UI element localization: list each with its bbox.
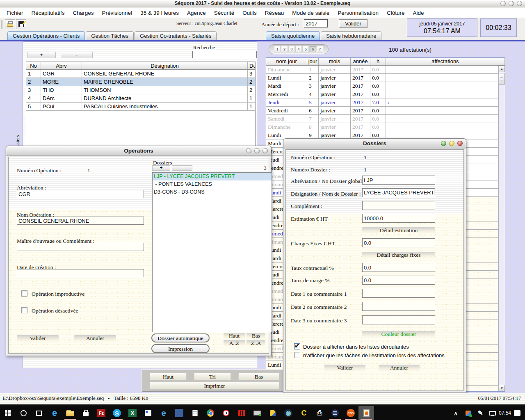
day-row[interactable]: Mercredi4janvier20170.0	[266, 90, 498, 98]
day-row[interactable]: Jeudi5janvier20177.0c	[266, 98, 498, 107]
week-button-3[interactable]: 3	[288, 46, 295, 52]
tri-button[interactable]: Tri	[194, 373, 231, 380]
validate-year-button[interactable]: Valider	[339, 19, 368, 28]
menu-item-fichier[interactable]: Fichier	[2, 10, 27, 16]
estimation-input[interactable]	[362, 214, 435, 223]
date2-input[interactable]	[362, 302, 435, 311]
dossiers-dialog-title[interactable]: Dossiers	[283, 139, 466, 148]
scroll-down-icon[interactable]	[499, 385, 505, 391]
search-input[interactable]	[192, 51, 257, 58]
desactivee-checkbox[interactable]	[21, 307, 27, 313]
taux-marge-input[interactable]	[362, 276, 435, 285]
internet-explorer-icon[interactable]: e	[156, 406, 171, 420]
dialog-control-icon[interactable]	[262, 148, 268, 153]
haut-button[interactable]: Haut	[150, 373, 187, 380]
operations-dialog-title[interactable]: Opérations	[6, 146, 271, 156]
day-row[interactable]: Dimanche1janvier20170.0	[266, 66, 498, 74]
filezilla-icon[interactable]: Fz	[94, 406, 109, 420]
menu-item-recapitulatifs[interactable]: Récapitulatifs	[27, 10, 69, 16]
printer-app-icon[interactable]: ⎙	[312, 406, 327, 420]
start-year-input[interactable]	[304, 19, 328, 27]
list-item[interactable]: D3-CONS - D3-CONS	[153, 188, 272, 196]
week-button-7[interactable]: 7	[317, 46, 323, 52]
date1-input[interactable]	[362, 289, 435, 298]
bas-button[interactable]: Bas	[238, 373, 279, 380]
c-app-icon[interactable]: C	[296, 406, 312, 420]
save-file-button[interactable]	[16, 19, 26, 29]
day-row[interactable]: Samedi7janvier20170.0	[266, 115, 498, 123]
globe-app-icon[interactable]: ◉	[281, 406, 296, 420]
menu-item-mode-de-saisie[interactable]: Mode de saisie	[288, 10, 333, 16]
tab-gestion-co-traitants-salaries[interactable]: Gestion Co-traitants - Salariés	[135, 31, 217, 40]
tray-defender-icon[interactable]	[462, 411, 474, 416]
open-file-button[interactable]	[5, 19, 15, 29]
nom-operation-input[interactable]	[17, 217, 144, 225]
tray-clock[interactable]: 07:54	[499, 410, 511, 416]
menu-item-reseau[interactable]: Réseau	[261, 10, 288, 16]
csd-app-icon[interactable]: CSD	[343, 406, 358, 420]
hand-app-icon[interactable]	[265, 406, 281, 420]
week-button-2[interactable]: 2	[281, 46, 288, 52]
menu-item-35-39-heures[interactable]: 35 & 39 Heures	[136, 10, 183, 16]
chrome-icon[interactable]	[203, 406, 218, 420]
taches-estimation-checkbox[interactable]	[294, 352, 300, 358]
remote-desktop-icon[interactable]	[249, 406, 265, 420]
table-row[interactable]: 2MGREMAIRIE GRENOBLE2	[26, 78, 255, 86]
list-item[interactable]: LJP - LYCEE JACQUES PREVERT	[153, 173, 272, 180]
skype-icon[interactable]: S	[109, 406, 125, 420]
week-button-6[interactable]: 6	[309, 46, 316, 52]
menu-item-outils[interactable]: Outils	[238, 10, 261, 16]
store-icon[interactable]	[78, 406, 94, 420]
menu-item-personnalisation[interactable]: Personnalisation	[333, 10, 383, 16]
dossiers-annuler-button[interactable]: Annuler	[379, 365, 420, 372]
dossier-bas-button[interactable]: Bas	[247, 333, 265, 339]
tray-network-icon[interactable]	[486, 411, 499, 415]
dialog-red-icon[interactable]	[457, 141, 463, 146]
window-titlebar[interactable]: Séquora 2017 - Suivi des heures et des c…	[0, 0, 525, 7]
taux-contractuel-input[interactable]	[362, 263, 435, 272]
column-header-affectations[interactable]: affectations	[386, 58, 505, 65]
operations-annuler-button[interactable]: Annuler	[74, 335, 116, 342]
dossier-za-button[interactable]: Z..A	[247, 340, 265, 347]
column-header-annee[interactable]: année	[351, 58, 370, 65]
toolbar-grip[interactable]	[1, 20, 3, 29]
file-explorer-icon[interactable]	[62, 406, 78, 420]
window-minimize-icon[interactable]	[500, 1, 506, 6]
tab-gestion-taches[interactable]: Gestion Tâches	[86, 31, 134, 40]
window-close-icon[interactable]	[517, 1, 522, 6]
eclipse-app-icon[interactable]	[327, 406, 343, 420]
day-row[interactable]: Dimanche8janvier20170.0	[266, 123, 498, 131]
menu-item-cloture[interactable]: Clôture	[383, 10, 409, 16]
task-view-button[interactable]	[31, 406, 47, 420]
sequora-app-icon[interactable]	[358, 406, 374, 420]
dossiers-valider-button[interactable]: Valider	[324, 365, 365, 372]
column-header-h[interactable]: h	[370, 58, 386, 65]
complement-input[interactable]	[362, 201, 435, 210]
column-header-do[interactable]: Do	[248, 62, 255, 69]
menu-item-securite[interactable]: Sécurité	[210, 10, 239, 16]
column-header-no[interactable]: No	[26, 62, 41, 69]
detail-estimation-button[interactable]: Détail estimation	[362, 227, 435, 234]
afficher-listes-checkbox[interactable]	[294, 343, 300, 349]
menu-item-agence[interactable]: Agence	[183, 10, 210, 16]
table-row[interactable]: 5PCuiPASCALI Cuisines Industrielles1	[26, 103, 255, 111]
menu-item-aide[interactable]: Aide	[409, 10, 428, 16]
dialog-control-icon[interactable]	[246, 148, 251, 153]
tray-pen-icon[interactable]: ✎	[474, 409, 486, 417]
operations-valider-button[interactable]: Valider	[17, 335, 59, 342]
day-row[interactable]: Mardi3janvier20170.0	[266, 82, 498, 90]
date-creation-input[interactable]	[17, 269, 144, 277]
add-client-button[interactable]: +	[27, 52, 56, 58]
excel-icon[interactable]: X	[125, 406, 140, 420]
detail-charges-button[interactable]: Détail charges fixes	[362, 252, 435, 258]
dossier-haut-button[interactable]: Haut	[224, 333, 245, 339]
day-row[interactable]: Vendredi6janvier20170.0	[266, 107, 498, 115]
menu-item-previsionnel[interactable]: Prévisionnel	[98, 10, 137, 16]
scroll-thumb[interactable]	[499, 73, 505, 84]
abreviation-dossier-input[interactable]	[362, 176, 435, 185]
tab-gestion-operations-clients[interactable]: Gestion Opérations - Clients	[7, 31, 85, 40]
notepad-icon[interactable]	[187, 406, 203, 420]
column-header-jour[interactable]: jour	[307, 58, 319, 65]
abreviation-input[interactable]	[17, 190, 144, 198]
window-maximize-icon[interactable]	[509, 1, 514, 6]
